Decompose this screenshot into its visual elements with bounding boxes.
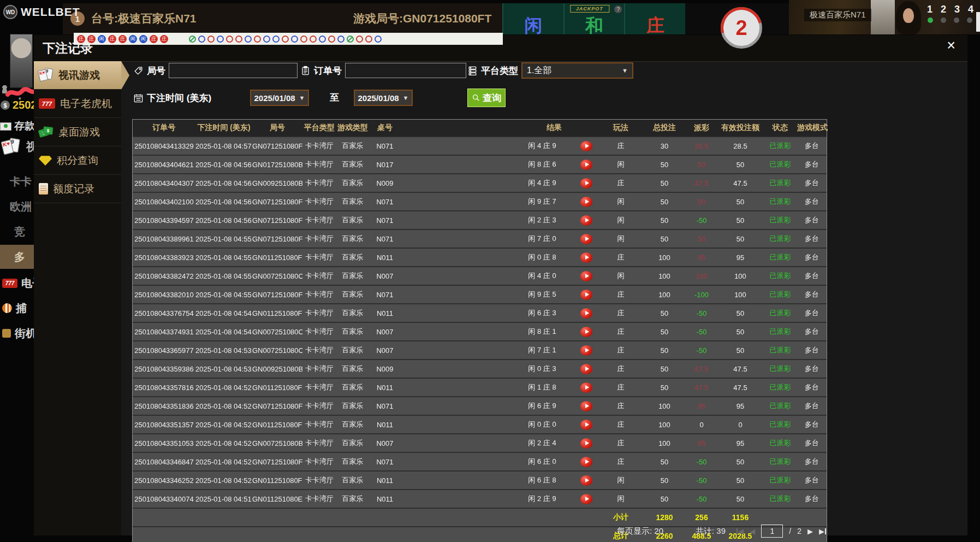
first-page-icon[interactable]: ◀	[737, 527, 744, 535]
cell-bet-on: 庄	[598, 252, 643, 262]
menu-item-points-query[interactable]: 积分查询	[34, 146, 121, 175]
cell-valid-stake: 50	[717, 198, 763, 206]
bet-zone-player[interactable]: 闲	[502, 3, 563, 34]
seat-number-3[interactable]: 3	[954, 4, 960, 15]
cell-game-type: 百家乐	[336, 382, 369, 392]
cell-bet-time: 2025-01-08 04:55:04	[195, 272, 252, 280]
bet-zone-banker[interactable]: 庄	[624, 3, 685, 34]
cell-table-no: N071	[369, 402, 401, 410]
cell-bet-time: 2025-01-08 04:52:58	[195, 384, 252, 392]
cell-payout: -50	[686, 328, 717, 336]
replay-play-icon[interactable]	[580, 271, 592, 281]
order-input[interactable]	[345, 63, 466, 78]
replay-play-icon[interactable]	[580, 475, 592, 486]
cell-result: 闲 9 庄 7	[510, 197, 574, 207]
close-icon[interactable]: ×	[947, 38, 955, 53]
cell-order-no: 250108043382472	[133, 272, 195, 280]
cell-game-mode: 多台	[797, 178, 827, 188]
cell-status: 已派彩	[763, 364, 797, 374]
cell-payout: 50	[686, 161, 717, 169]
cell-table-no: N071	[369, 235, 401, 243]
cell-table-no: N071	[369, 142, 401, 150]
seat-dot	[967, 17, 972, 23]
cell-bet-time: 2025-01-08 04:52:31	[195, 402, 252, 410]
table-row: 2501080434043072025-01-08 04:56:51GN0092…	[133, 174, 827, 193]
replay-play-icon[interactable]	[580, 160, 592, 170]
replay-play-icon[interactable]	[580, 141, 592, 151]
menu-item-video-games[interactable]: 视讯游戏	[34, 61, 121, 90]
cell-total-stake: 50	[643, 476, 686, 485]
cell-valid-stake: 95	[717, 254, 763, 262]
replay-play-icon[interactable]	[580, 178, 592, 188]
cell-game-mode: 多台	[797, 475, 827, 485]
current-page-box[interactable]: 1	[761, 525, 783, 538]
cell-platform: 卡卡湾厅	[302, 252, 336, 262]
round-input[interactable]	[169, 63, 298, 78]
roadmap-circle	[319, 36, 326, 43]
bet-zone-player-label: 闲	[524, 16, 542, 34]
cell-bet-time: 2025-01-08 04:56:02	[195, 216, 252, 225]
cell-table-no: N071	[369, 291, 401, 299]
replay-play-icon[interactable]	[580, 234, 592, 244]
cell-bet-on: 闲	[598, 197, 643, 207]
replay-play-icon[interactable]	[580, 457, 592, 467]
menu-item-slots[interactable]: 777 电子老虎机	[34, 90, 121, 118]
bet-records-table: 订单号下注时间 (美东)局号平台类型游戏类型桌号结果玩法总投注派彩有效投注额状态…	[132, 119, 827, 542]
cell-game-mode: 多台	[797, 457, 827, 467]
site-logo-text: WELLBET	[21, 5, 80, 19]
menu-item-credit-records[interactable]: 额度记录	[34, 175, 121, 203]
cell-valid-stake: 47.5	[717, 179, 763, 187]
menu-item-table-games[interactable]: $$ 桌面游戏	[34, 118, 121, 146]
bet-zone-tie[interactable]: JACKPOT ? 和	[563, 3, 625, 34]
prev-page-icon[interactable]: ◀	[750, 527, 755, 535]
sidebar-item-label: 欧洲	[10, 199, 32, 214]
time-filter-label: 下注时间 (美东)	[147, 92, 211, 104]
search-button[interactable]: 查询	[467, 89, 506, 107]
cell-bet-on: 闲	[598, 215, 643, 225]
last-page-icon[interactable]: ▶	[819, 527, 826, 535]
site-logo-mark-icon: WD	[3, 5, 17, 19]
seat-number-4[interactable]: 4	[968, 4, 973, 15]
cell-total-stake: 50	[643, 179, 686, 187]
table-row: 2501080433659772025-01-08 04:53:42GN0072…	[133, 341, 827, 360]
cell-replay	[574, 494, 598, 504]
date-from-select[interactable]: 2025/01/08 ▼	[250, 90, 309, 106]
cell-round-no: GN017251080B1	[252, 161, 302, 169]
sidebar-item-video-games[interactable]: 视	[2, 138, 38, 156]
platform-select[interactable]: 1.全部 ▼	[521, 62, 633, 79]
cell-order-no: 250108043383923	[133, 254, 195, 262]
calendar-icon	[133, 93, 144, 103]
replay-play-icon[interactable]	[580, 494, 592, 504]
jackpot-help-icon[interactable]: ?	[614, 5, 622, 13]
seat-number-2[interactable]: 2	[941, 4, 946, 15]
cell-platform: 卡卡湾厅	[302, 234, 336, 244]
replay-play-icon[interactable]	[580, 197, 592, 207]
replay-play-icon[interactable]	[580, 438, 592, 449]
replay-play-icon[interactable]	[580, 215, 592, 226]
table-row: 2501080433824722025-01-08 04:55:04GN0072…	[133, 267, 827, 286]
cell-payout: 47.5	[686, 365, 717, 373]
replay-play-icon[interactable]	[580, 420, 592, 430]
cell-order-no: 250108043404307	[133, 179, 195, 187]
seat-number-1[interactable]: 1	[927, 4, 933, 15]
replay-play-icon[interactable]	[580, 364, 592, 374]
cell-status: 已派彩	[763, 141, 797, 151]
avatar[interactable]	[10, 34, 33, 88]
cell-game-type: 百家乐	[336, 160, 369, 169]
modal-content: 局号 订单号	[121, 61, 967, 535]
replay-play-icon[interactable]	[580, 252, 592, 263]
date-to-select[interactable]: 2025/01/08 ▼	[354, 90, 413, 106]
replay-play-icon[interactable]	[580, 308, 592, 319]
next-page-icon[interactable]: ▶	[807, 527, 813, 535]
cell-platform: 卡卡湾厅	[302, 345, 336, 355]
cell-replay	[574, 457, 598, 467]
deposit-button[interactable]: 存款	[0, 119, 35, 133]
replay-play-icon[interactable]	[580, 401, 592, 411]
replay-play-icon[interactable]	[580, 290, 592, 300]
cell-total-stake: 50	[643, 458, 686, 466]
replay-play-icon[interactable]	[580, 327, 592, 337]
cell-bet-time: 2025-01-08 04:55:41	[195, 235, 252, 243]
cell-round-no: GN011251080F1	[252, 421, 302, 429]
replay-play-icon[interactable]	[580, 345, 592, 356]
replay-play-icon[interactable]	[580, 382, 592, 393]
